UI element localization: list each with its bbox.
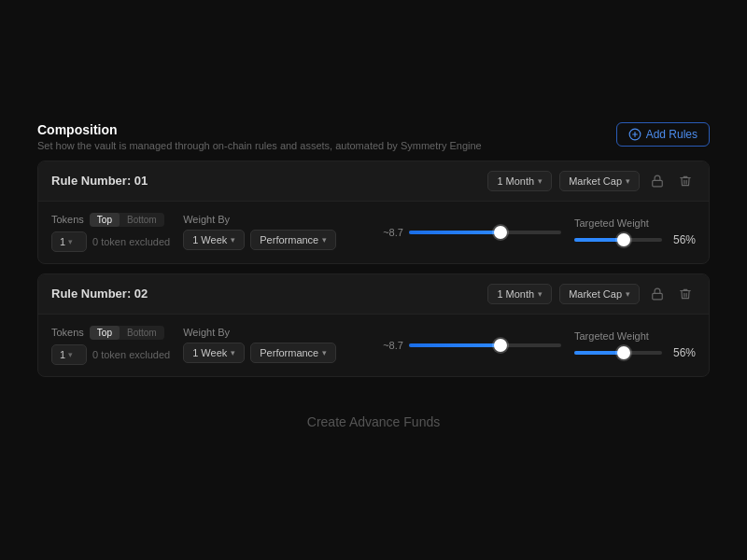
main-slider-track-2[interactable] xyxy=(409,343,561,347)
lock-icon xyxy=(651,175,664,188)
chevron-down-icon: ▾ xyxy=(626,289,630,299)
tokens-row-1: 1 ▾ 0 token excluded xyxy=(51,231,170,252)
targeted-slider-track-1[interactable] xyxy=(574,238,662,242)
tab-bottom-1[interactable]: Bottom xyxy=(120,213,164,227)
tokens-section-2: Tokens Top Bottom 1 ▾ 0 token excluded xyxy=(51,326,170,365)
targeted-weight-section-1: Targeted Weight 56% xyxy=(574,217,696,246)
chevron-down-icon: ▾ xyxy=(538,176,543,186)
rule-card-2: Rule Number: 02 1 Month ▾ Market Cap ▾ xyxy=(37,273,710,377)
delete-button-2[interactable] xyxy=(675,284,696,304)
composition-info: Composition Set how the vault is managed… xyxy=(37,122,482,151)
rule-controls-1: 1 Month ▾ Market Cap ▾ xyxy=(487,171,696,191)
rule-number-2: Rule Number: 02 xyxy=(51,287,148,301)
rule-body-1: Tokens Top Bottom 1 ▾ 0 token excluded W… xyxy=(38,202,709,263)
weight-method-dropdown-1[interactable]: Performance ▾ xyxy=(250,230,336,250)
delete-button-1[interactable] xyxy=(675,171,696,191)
targeted-weight-label-2: Targeted Weight xyxy=(574,330,696,342)
plus-circle-icon xyxy=(628,128,641,141)
chevron-down-icon: ▾ xyxy=(231,348,235,357)
chevron-down-icon: ▾ xyxy=(626,176,630,186)
sort-dropdown-2[interactable]: Market Cap ▾ xyxy=(559,284,640,304)
sort-label-2: Market Cap xyxy=(569,288,622,300)
rule-header-2: Rule Number: 02 1 Month ▾ Market Cap ▾ xyxy=(38,274,709,315)
targeted-slider-thumb-2[interactable] xyxy=(617,346,630,359)
lock-icon xyxy=(651,287,664,301)
chevron-down-icon: ▾ xyxy=(68,237,73,246)
rule-card-1: Rule Number: 01 1 Month ▾ Market Cap ▾ xyxy=(37,161,710,264)
weight-controls-2: 1 Week ▾ Performance ▾ xyxy=(183,343,370,363)
period-label-1: 1 Month xyxy=(497,175,534,187)
trash-icon xyxy=(679,287,692,301)
chevron-down-icon: ▾ xyxy=(322,348,327,357)
tokens-section-1: Tokens Top Bottom 1 ▾ 0 token excluded xyxy=(51,213,170,252)
add-rules-button[interactable]: Add Rules xyxy=(616,122,710,147)
sort-dropdown-1[interactable]: Market Cap ▾ xyxy=(559,171,640,191)
chevron-down-icon: ▾ xyxy=(68,350,73,359)
targeted-weight-value-2: 56% xyxy=(669,346,696,359)
add-rules-label: Add Rules xyxy=(646,128,698,141)
chevron-down-icon: ▾ xyxy=(322,235,327,245)
tab-top-1[interactable]: Top xyxy=(90,213,120,227)
composition-subtitle: Set how the vault is managed through on-… xyxy=(37,140,482,151)
targeted-slider-track-2[interactable] xyxy=(574,351,662,355)
weight-method-dropdown-2[interactable]: Performance ▾ xyxy=(250,343,336,363)
trash-icon xyxy=(679,175,692,188)
main-slider-thumb-1[interactable] xyxy=(494,226,507,239)
weight-by-label-2: Weight By xyxy=(183,327,370,338)
lock-button-1[interactable] xyxy=(647,171,668,191)
tokens-label-2: Tokens xyxy=(51,327,84,338)
main-slider-section-1: ~8.7 xyxy=(383,227,561,238)
main-slider-track-1[interactable] xyxy=(409,231,561,234)
chevron-down-icon: ▾ xyxy=(231,235,235,245)
svg-rect-3 xyxy=(653,180,663,186)
svg-rect-4 xyxy=(653,293,663,299)
period-dropdown-2[interactable]: 1 Month ▾ xyxy=(487,284,552,304)
main-container: Composition Set how the vault is managed… xyxy=(37,122,710,439)
targeted-slider-row-2: 56% xyxy=(574,346,696,359)
targeted-slider-row-1: 56% xyxy=(574,233,696,246)
weight-period-dropdown-1[interactable]: 1 Week ▾ xyxy=(183,230,245,250)
bottom-section: Create Advance Funds xyxy=(37,405,710,439)
tokens-label-row-1: Tokens Top Bottom xyxy=(51,213,170,227)
chevron-down-icon: ▾ xyxy=(538,289,543,299)
tab-bottom-2[interactable]: Bottom xyxy=(120,326,164,340)
period-dropdown-1[interactable]: 1 Month ▾ xyxy=(487,171,552,191)
tab-group-1: Top Bottom xyxy=(90,213,164,227)
composition-title: Composition xyxy=(37,122,482,137)
tab-top-2[interactable]: Top xyxy=(90,326,120,340)
weight-controls-1: 1 Week ▾ Performance ▾ xyxy=(183,230,370,250)
token-count-select-1[interactable]: 1 ▾ xyxy=(51,231,87,252)
weight-by-section-2: Weight By 1 Week ▾ Performance ▾ xyxy=(183,327,370,363)
targeted-weight-section-2: Targeted Weight 56% xyxy=(574,330,696,359)
main-slider-section-2: ~8.7 xyxy=(383,340,561,351)
rule-controls-2: 1 Month ▾ Market Cap ▾ xyxy=(487,284,696,304)
slider-value-1: ~8.7 xyxy=(383,227,403,238)
composition-header: Composition Set how the vault is managed… xyxy=(37,122,710,151)
period-label-2: 1 Month xyxy=(497,288,534,300)
rule-body-2: Tokens Top Bottom 1 ▾ 0 token excluded W… xyxy=(38,315,709,376)
create-advance-funds-button[interactable]: Create Advance Funds xyxy=(289,405,458,439)
slider-value-2: ~8.7 xyxy=(383,340,403,351)
targeted-weight-value-1: 56% xyxy=(669,233,696,246)
main-slider-fill-2 xyxy=(409,343,500,347)
weight-by-section-1: Weight By 1 Week ▾ Performance ▾ xyxy=(183,214,370,250)
token-count-select-2[interactable]: 1 ▾ xyxy=(51,344,87,365)
tokens-row-2: 1 ▾ 0 token excluded xyxy=(51,344,170,365)
main-slider-fill-1 xyxy=(409,231,500,234)
token-excluded-2: 0 token excluded xyxy=(92,349,170,360)
tab-group-2: Top Bottom xyxy=(90,326,164,340)
tokens-label-row-2: Tokens Top Bottom xyxy=(51,326,170,340)
main-slider-thumb-2[interactable] xyxy=(494,339,507,352)
rule-header-1: Rule Number: 01 1 Month ▾ Market Cap ▾ xyxy=(38,161,709,202)
targeted-slider-thumb-1[interactable] xyxy=(617,233,630,246)
weight-period-dropdown-2[interactable]: 1 Week ▾ xyxy=(183,343,245,363)
tokens-label-1: Tokens xyxy=(51,214,84,225)
lock-button-2[interactable] xyxy=(647,284,668,304)
token-excluded-1: 0 token excluded xyxy=(92,236,170,247)
targeted-weight-label-1: Targeted Weight xyxy=(574,217,696,229)
rule-number-1: Rule Number: 01 xyxy=(51,174,148,188)
weight-by-label-1: Weight By xyxy=(183,214,370,225)
sort-label-1: Market Cap xyxy=(569,175,622,187)
